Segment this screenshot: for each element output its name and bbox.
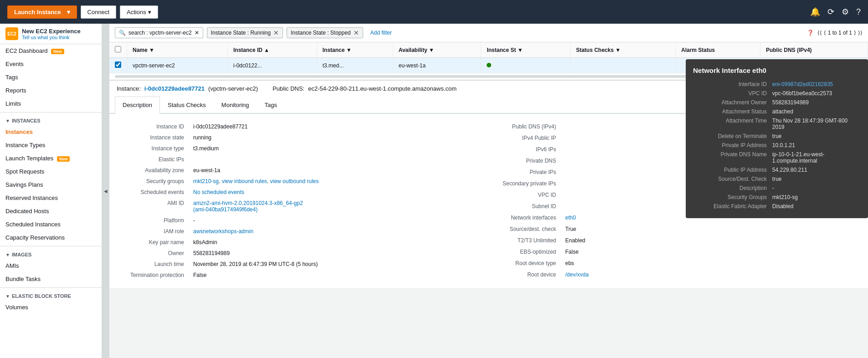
stopped-state-filter[interactable]: Instance State : Stopped ✕: [287, 27, 363, 38]
add-filter-button[interactable]: Add filter: [367, 28, 395, 38]
outbound-rules-link[interactable]: view outbound rules: [270, 178, 319, 184]
refresh-icon[interactable]: ⟳: [827, 7, 834, 17]
prev-first-icon[interactable]: ⟨⟨: [817, 30, 822, 36]
status-dot-running: [487, 63, 491, 67]
row-checkbox[interactable]: [115, 61, 121, 68]
detail-row: AMI ID amzn2-ami-hvm-2.0.20191024.3-x86_…: [117, 198, 489, 215]
col-instance-state[interactable]: Instance St ▼: [481, 42, 570, 58]
launch-instance-dropdown-arrow[interactable]: ▾: [64, 9, 70, 15]
instance-id-value: i-0dc01229adee87721: [190, 121, 489, 132]
col-alarm-status[interactable]: Alarm Status: [675, 42, 760, 58]
cell-instance-id: i-0dc0122...: [227, 58, 317, 73]
az-value: eu-west-1a: [190, 165, 489, 176]
sidebar-item-spot-requests[interactable]: Spot Requests: [0, 165, 102, 178]
sidebar-section-images[interactable]: ▼ IMAGES: [0, 248, 102, 259]
app-container: Launch Instance ▾ Connect Actions ▾ 🔔 ⟳ …: [0, 0, 868, 358]
detail-row: Termination protection False: [117, 270, 489, 281]
scheduled-events-link[interactable]: No scheduled events: [193, 189, 244, 195]
sidebar-item-reserved-instances[interactable]: Reserved Instances: [0, 191, 102, 205]
col-instance-id[interactable]: Instance ID ▲: [227, 42, 317, 58]
sidebar-collapse-button[interactable]: ◀: [102, 24, 109, 358]
actions-button[interactable]: Actions ▾: [120, 5, 158, 19]
top-right-icons: 🔔 ⟳ ⚙ ?: [810, 7, 861, 17]
running-filter-close[interactable]: ✕: [273, 29, 279, 36]
sidebar-divider-1: [0, 112, 102, 113]
search-filter[interactable]: 🔍 search : vpctm-server-ec2 ✕: [115, 27, 203, 38]
col-public-dns[interactable]: Public DNS (IPv4): [760, 42, 868, 58]
network-interface-link[interactable]: eth0: [565, 215, 576, 221]
root-device-link[interactable]: /dev/xvda: [565, 271, 589, 278]
pagination-controls: ⟨⟨ ⟨ 1 to 1 of 1 ⟩ ⟩⟩: [817, 30, 863, 36]
sidebar-item-capacity-reservations[interactable]: Capacity Reservations: [0, 231, 102, 244]
settings-icon[interactable]: ⚙: [842, 7, 849, 17]
launch-instance-button[interactable]: Launch Instance ▾: [7, 5, 77, 19]
security-group-link[interactable]: mkt210-sg: [193, 178, 219, 184]
detail-instance-id[interactable]: i-0dc01229adee87721: [144, 85, 205, 92]
sidebar-item-instances[interactable]: Instances: [0, 125, 102, 138]
notification-icon[interactable]: 🔔: [810, 7, 820, 17]
detail-row: IAM role awsnetworkshops-admin: [117, 226, 489, 237]
tooltip-row: Private IP Address 10.0.1.21: [693, 141, 861, 150]
iam-role-link[interactable]: awsnetworkshops-admin: [193, 228, 253, 235]
col-availability[interactable]: Availability ▼: [393, 42, 481, 58]
tooltip-row: Source/Dest. Check true: [693, 174, 861, 184]
detail-row: Security groups mkt210-sg. view inbound …: [117, 176, 489, 187]
select-all-checkbox[interactable]: [115, 46, 121, 52]
network-interface-tooltip: Network Interface eth0 Interface ID eni-…: [686, 59, 868, 218]
horizontal-scrollbar[interactable]: [115, 75, 713, 78]
sidebar-item-limits[interactable]: Limits: [0, 97, 102, 110]
sidebar-item-tags[interactable]: Tags: [0, 71, 102, 84]
detail-row: Availability zone eu-west-1a: [117, 165, 489, 176]
instances-section-arrow: ▼: [5, 118, 10, 123]
next-icon[interactable]: ⟩: [854, 30, 856, 36]
col-instance-type[interactable]: Instance ▼: [317, 42, 393, 58]
sidebar-item-volumes[interactable]: Volumes: [0, 301, 102, 314]
connect-button[interactable]: Connect: [81, 5, 116, 19]
sidebar-item-ec2dashboard[interactable]: EC2 Dashboard New: [0, 44, 102, 57]
inbound-rules-link[interactable]: view inbound rules: [222, 178, 267, 184]
top-bar: Launch Instance ▾ Connect Actions ▾ 🔔 ⟳ …: [0, 0, 868, 24]
tab-status-checks[interactable]: Status Checks: [160, 97, 214, 114]
sidebar-item-amis[interactable]: AMIs: [0, 259, 102, 272]
sidebar-item-scheduled-instances[interactable]: Scheduled Instances: [0, 218, 102, 231]
sidebar-item-savings-plans[interactable]: Savings Plans: [0, 178, 102, 191]
tooltip-row: Attachment Status attached: [693, 107, 861, 116]
cell-status: [481, 58, 570, 73]
tab-monitoring[interactable]: Monitoring: [214, 97, 257, 114]
help-icon[interactable]: ?: [856, 7, 861, 17]
sidebar-item-dedicated-hosts[interactable]: Dedicated Hosts: [0, 205, 102, 218]
sidebar-item-instance-types[interactable]: Instance Types: [0, 138, 102, 152]
prev-icon[interactable]: ⟨: [824, 30, 826, 36]
ec2-icon: EC2: [5, 27, 18, 40]
sidebar-divider-3: [0, 287, 102, 288]
tab-tags[interactable]: Tags: [257, 97, 285, 114]
filter-bar: 🔍 search : vpctm-server-ec2 ✕ Instance S…: [109, 24, 868, 42]
sidebar-tagline[interactable]: Tell us what you think: [22, 35, 81, 40]
stopped-filter-close[interactable]: ✕: [354, 29, 359, 36]
filter-help-icon[interactable]: ❓: [807, 30, 814, 36]
detail-row: Instance type t3.medium: [117, 143, 489, 154]
ami-id-link[interactable]: amzn2-ami-hvm-2.0.20191024.3-x86_64-gp2(…: [193, 200, 303, 213]
search-filter-close[interactable]: ✕: [195, 30, 199, 36]
tooltip-row: Interface ID eni-09987d2ed02162835: [693, 80, 861, 89]
sidebar-item-reports[interactable]: Reports: [0, 84, 102, 97]
running-state-filter[interactable]: Instance State : Running ✕: [207, 27, 283, 38]
instance-type-value: t3.medium: [190, 143, 489, 154]
col-name[interactable]: Name ▼: [127, 42, 228, 58]
next-last-icon[interactable]: ⟩⟩: [858, 30, 863, 36]
col-status-checks[interactable]: Status Checks ▼: [570, 42, 676, 58]
sidebar-item-launch-templates[interactable]: Launch Templates New: [0, 152, 102, 165]
tab-description[interactable]: Description: [115, 97, 160, 114]
sidebar-section-instances[interactable]: ▼ INSTANCES: [0, 114, 102, 125]
tooltip-interface-id[interactable]: eni-09987d2ed02162835: [772, 81, 861, 87]
sidebar-item-bundle-tasks[interactable]: Bundle Tasks: [0, 272, 102, 286]
sidebar-section-ebs[interactable]: ▼ ELASTIC BLOCK STORE: [0, 290, 102, 301]
images-section-arrow: ▼: [5, 252, 10, 257]
tooltip-row: Private DNS Name ip-10-0-1-21.eu-west-1.…: [693, 150, 861, 165]
sidebar-title: New EC2 Experience: [22, 28, 81, 35]
detail-table-left: Instance ID i-0dc01229adee87721 Instance…: [117, 121, 489, 281]
tooltip-row: Security Groups mkt210-sg: [693, 193, 861, 202]
sidebar-item-events[interactable]: Events: [0, 57, 102, 71]
detail-row: Scheduled events No scheduled events: [117, 187, 489, 198]
tooltip-row: Elastic Fabric Adapter Disabled: [693, 202, 861, 211]
